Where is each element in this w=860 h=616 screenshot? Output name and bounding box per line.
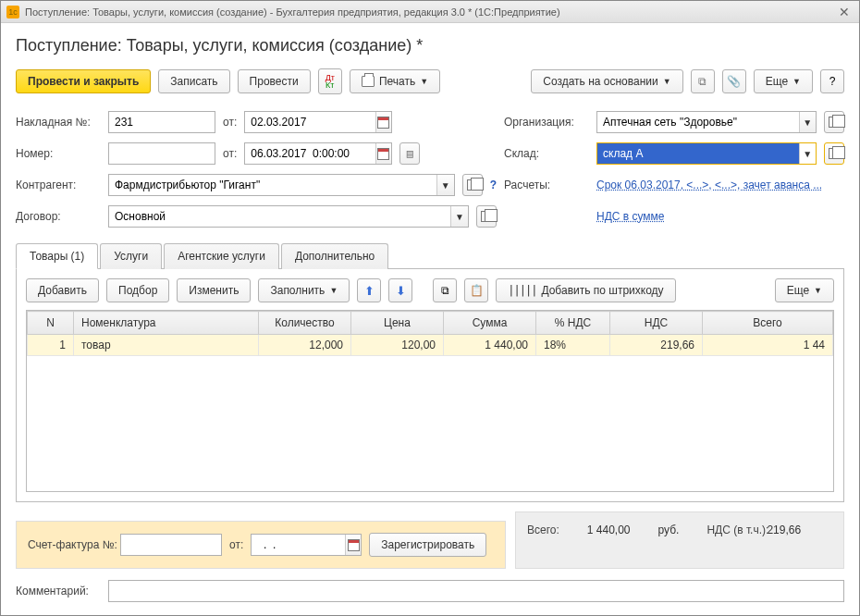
invoice-ref-input[interactable] (121, 535, 221, 555)
open-icon (467, 179, 478, 191)
tab-services[interactable]: Услуги (100, 243, 162, 269)
cell-sum[interactable]: 1 440,00 (444, 335, 536, 356)
invoice-date-field[interactable] (244, 111, 392, 133)
close-icon[interactable]: ✕ (835, 5, 854, 19)
register-invoice-button[interactable]: Зарегистрировать (369, 533, 486, 557)
invoice-ref-field[interactable] (120, 534, 222, 556)
grid-more-button[interactable]: Еще ▼ (775, 278, 834, 302)
more-button[interactable]: Еще ▼ (754, 69, 813, 93)
structure-button[interactable]: ⧉ (691, 69, 715, 93)
doc-date-extra-button[interactable]: ▤ (399, 142, 420, 165)
fill-button[interactable]: Заполнить ▼ (258, 278, 350, 302)
post-and-close-button[interactable]: Провести и закрыть (16, 69, 151, 93)
col-nomenclature[interactable]: Номенклатура (74, 312, 259, 335)
comment-field[interactable] (108, 580, 844, 602)
cell-price[interactable]: 120,00 (351, 335, 444, 356)
open-contract-button[interactable] (476, 205, 497, 228)
number-field[interactable] (108, 142, 215, 165)
col-vat[interactable]: НДС (610, 312, 703, 335)
tab-agent-services[interactable]: Агентские услуги (164, 243, 279, 269)
paperclip-icon: 📎 (727, 75, 741, 88)
org-input[interactable] (597, 112, 799, 132)
cell-qty[interactable]: 12,000 (259, 335, 351, 356)
open-counterparty-button[interactable] (462, 174, 483, 196)
invoice-ref-date-input[interactable] (252, 535, 345, 555)
open-icon (481, 211, 492, 222)
calendar-button[interactable] (345, 535, 361, 555)
calendar-icon (348, 539, 360, 551)
currency: руб. (658, 524, 680, 536)
more-label: Еще (766, 75, 788, 88)
calendar-button[interactable] (375, 112, 392, 132)
invoice-no-input[interactable] (109, 112, 215, 132)
page-title: Поступление: Товары, услуги, комиссия (с… (16, 36, 844, 55)
cell-n[interactable]: 1 (28, 335, 74, 356)
create-based-on-button[interactable]: Создать на основании ▼ (531, 69, 682, 93)
print-label: Печать (379, 75, 415, 88)
number-input[interactable] (109, 143, 215, 164)
counterparty-input[interactable] (109, 175, 436, 195)
dt-kt-icon: ДтКт (326, 74, 335, 89)
paste-icon: 📋 (470, 284, 484, 297)
add-by-barcode-button[interactable]: ||||| Добавить по штрихкоду (496, 278, 675, 302)
dropdown-button[interactable]: ▼ (799, 143, 816, 164)
warehouse-field[interactable]: ▼ (596, 142, 817, 165)
cell-vat[interactable]: 219,66 (610, 335, 703, 356)
create-based-label: Создать на основании (543, 75, 658, 88)
comment-input[interactable] (109, 581, 843, 601)
vat-total-value: 219,66 (767, 524, 801, 536)
vat-mode-link[interactable]: НДС в сумме (596, 210, 665, 223)
col-sum[interactable]: Сумма (444, 312, 536, 335)
table-row[interactable]: 1 товар 12,000 120,00 1 440,00 18% 219,6… (28, 335, 833, 356)
print-button[interactable]: Печать ▼ (350, 69, 440, 93)
help-button[interactable]: ? (820, 69, 844, 93)
paste-button[interactable]: 📋 (464, 278, 488, 302)
col-total[interactable]: Всего (703, 312, 833, 335)
attach-button[interactable]: 📎 (722, 69, 746, 93)
edit-button[interactable]: Изменить (177, 278, 251, 302)
calendar-icon (377, 117, 389, 129)
invoice-no-field[interactable] (108, 111, 215, 133)
org-field[interactable]: ▼ (596, 111, 817, 133)
dt-kt-button[interactable]: ДтКт (318, 68, 342, 94)
pick-button[interactable]: Подбор (106, 278, 169, 302)
move-up-button[interactable]: ⬆ (357, 278, 381, 302)
cell-vat-pct[interactable]: 18% (536, 335, 610, 356)
calculations-link[interactable]: Срок 06.03.2017, <...>, <...>, зачет ава… (596, 179, 822, 191)
tab-additional[interactable]: Дополнительно (281, 243, 388, 269)
save-button[interactable]: Записать (158, 69, 229, 93)
add-row-button[interactable]: Добавить (26, 278, 99, 302)
open-warehouse-button[interactable] (824, 142, 844, 165)
goods-table[interactable]: N Номенклатура Количество Цена Сумма % Н… (26, 310, 834, 492)
tab-goods[interactable]: Товары (1) (16, 243, 98, 269)
col-n[interactable]: N (28, 312, 74, 335)
calendar-button[interactable] (375, 143, 392, 164)
copy-button[interactable]: ⧉ (433, 278, 457, 302)
contract-input[interactable] (109, 206, 450, 227)
doc-date-field[interactable] (244, 142, 392, 165)
dropdown-button[interactable]: ▼ (436, 175, 454, 195)
app-window: 1c Поступление: Товары, услуги, комиссия… (0, 0, 860, 616)
open-icon (829, 117, 840, 128)
invoice-ref-date-field[interactable] (251, 534, 362, 556)
barcode-label: Добавить по штрихкоду (541, 284, 663, 297)
col-qty[interactable]: Количество (259, 312, 351, 335)
post-button[interactable]: Провести (238, 69, 311, 93)
counterparty-field[interactable]: ▼ (108, 174, 455, 196)
invoice-date-input[interactable] (245, 112, 375, 132)
cell-nomenclature[interactable]: товар (74, 335, 259, 356)
move-down-button[interactable]: ⬇ (388, 278, 412, 302)
col-price[interactable]: Цена (351, 312, 444, 335)
chevron-down-icon: ▼ (663, 77, 671, 86)
counterparty-help[interactable]: ? (490, 179, 497, 191)
col-vat-pct[interactable]: % НДС (536, 312, 610, 335)
open-org-button[interactable] (824, 111, 844, 133)
doc-date-input[interactable] (245, 143, 375, 164)
dropdown-button[interactable]: ▼ (799, 112, 816, 132)
warehouse-input[interactable] (597, 143, 799, 164)
contract-field[interactable]: ▼ (108, 205, 469, 228)
cell-total[interactable]: 1 44 (703, 335, 833, 356)
titlebar: 1c Поступление: Товары, услуги, комиссия… (1, 1, 859, 23)
dropdown-button[interactable]: ▼ (450, 206, 468, 227)
grid-more-label: Еще (787, 284, 809, 297)
